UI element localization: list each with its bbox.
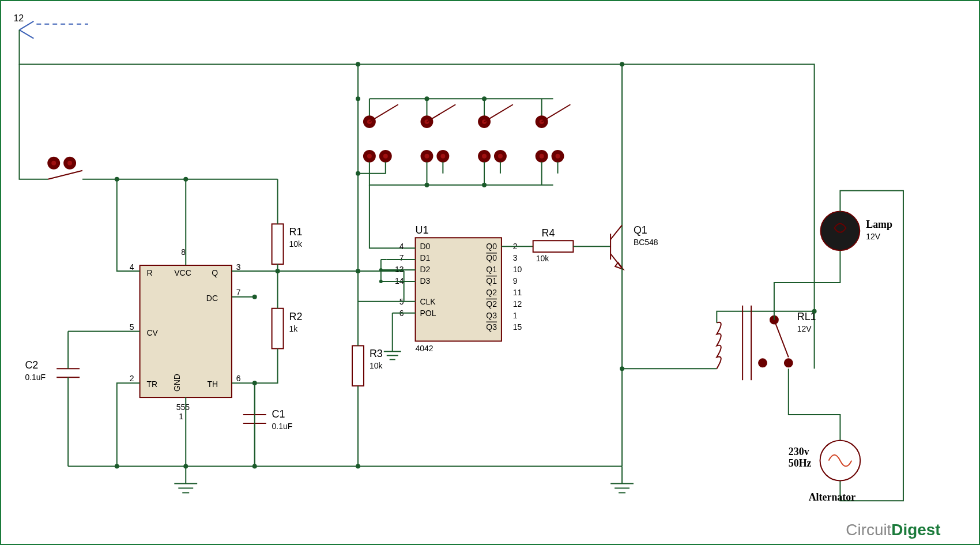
svg-text:4: 4: [399, 242, 404, 251]
svg-text:9: 9: [513, 276, 518, 285]
svg-line-8: [370, 104, 398, 122]
rl1-value: 12V: [797, 324, 812, 333]
power-switch[interactable]: [19, 65, 116, 179]
svg-point-17: [424, 154, 429, 159]
u1-ref: U1: [416, 224, 429, 236]
ground-left: [174, 467, 197, 493]
svg-point-35: [482, 183, 487, 187]
svg-line-22: [484, 104, 513, 122]
svg-line-115: [774, 320, 789, 358]
ic-4042: U1 4042 4D0 7D1 13D2 14D3 5CLK 6POL 2Q0 …: [395, 224, 522, 353]
svg-point-51: [115, 177, 119, 182]
svg-text:Q0: Q0: [486, 242, 497, 251]
lamp-value: 12V: [866, 232, 881, 241]
svg-text:Q3: Q3: [486, 322, 497, 332]
logo-part1: Circuit: [846, 521, 891, 539]
resistor-R4: R4 10k: [533, 227, 610, 263]
resistor-R3: R3 10k: [352, 174, 383, 467]
c2-ref: C2: [25, 359, 38, 371]
svg-rect-108: [533, 240, 574, 252]
svg-text:7: 7: [399, 253, 404, 262]
alternator: 230v 50Hz Alternator: [789, 441, 860, 503]
ground-right: [610, 467, 634, 493]
r1-value: 10k: [289, 239, 302, 249]
svg-point-4: [482, 96, 487, 101]
svg-text:D0: D0: [420, 242, 431, 251]
ic555-pin-TH: TH: [207, 379, 218, 389]
svg-point-26: [498, 154, 503, 159]
ic555-pin-CV: CV: [147, 328, 159, 337]
logo-part2: Digest: [891, 521, 940, 539]
svg-text:CircuitDigest: CircuitDigest: [846, 521, 940, 539]
svg-text:Q2: Q2: [486, 299, 497, 309]
supply-12v: 12: [14, 13, 88, 39]
svg-text:Q3: Q3: [486, 311, 497, 320]
svg-point-67: [356, 464, 360, 469]
svg-text:1: 1: [179, 412, 183, 421]
svg-point-3: [424, 96, 429, 101]
svg-text:Q1: Q1: [486, 265, 497, 274]
q1-part: BC548: [634, 238, 658, 247]
svg-point-119: [821, 211, 860, 250]
svg-point-64: [115, 464, 119, 469]
ac-freq: 50Hz: [789, 457, 812, 469]
svg-point-31: [540, 154, 544, 159]
svg-line-41: [48, 171, 82, 179]
ic555-pin-R: R: [147, 268, 153, 277]
svg-point-38: [51, 161, 56, 166]
svg-point-5: [356, 96, 360, 101]
svg-text:11: 11: [513, 288, 522, 297]
svg-point-52: [183, 177, 188, 182]
ic555-pin-TR: TR: [147, 379, 158, 389]
svg-point-57: [276, 269, 280, 273]
svg-point-66: [252, 464, 257, 469]
circuitdigest-logo: CircuitDigest: [846, 521, 940, 539]
r4-value: 10k: [536, 254, 549, 263]
svg-text:13: 13: [395, 265, 404, 274]
ic555-pin-DC: DC: [206, 294, 218, 303]
svg-text:3: 3: [513, 253, 518, 262]
svg-point-34: [424, 183, 429, 187]
resistor-R2: R2 1k: [255, 269, 303, 383]
svg-text:Q1: Q1: [486, 276, 497, 285]
ic555-pin-Q: Q: [212, 268, 218, 277]
svg-text:7: 7: [236, 288, 241, 297]
svg-rect-58: [352, 345, 364, 386]
svg-point-116: [786, 360, 791, 366]
svg-point-33: [556, 154, 560, 159]
ac-label: Alternator: [809, 491, 856, 503]
svg-text:Q0: Q0: [486, 253, 497, 262]
svg-rect-56: [272, 309, 284, 349]
dip-switches: [356, 96, 570, 248]
svg-point-24: [482, 154, 487, 159]
svg-line-15: [427, 104, 455, 122]
ic555-pin-VCC: VCC: [174, 268, 191, 277]
svg-line-29: [542, 104, 571, 122]
svg-point-1: [356, 62, 360, 67]
r4-ref: R4: [542, 227, 555, 239]
svg-text:10: 10: [513, 265, 522, 274]
svg-point-40: [67, 161, 72, 166]
svg-text:6: 6: [236, 374, 241, 383]
capacitor-C2: C2 0.1uF: [25, 332, 80, 467]
svg-text:1: 1: [513, 311, 518, 320]
svg-point-19: [440, 154, 445, 159]
svg-rect-55: [272, 224, 284, 264]
svg-point-59: [356, 269, 360, 273]
r2-ref: R2: [289, 311, 302, 322]
transistor-Q1: Q1 BC548: [610, 65, 658, 369]
svg-point-12: [383, 154, 388, 159]
svg-text:CLK: CLK: [420, 297, 436, 306]
r3-ref: R3: [370, 348, 383, 359]
svg-point-118: [812, 309, 817, 314]
u1-part: 4042: [416, 344, 434, 353]
ic555-pin-GND: GND: [172, 374, 182, 392]
ac-voltage: 230v: [789, 446, 809, 457]
svg-text:D1: D1: [420, 253, 431, 262]
ground-u1: [384, 314, 401, 360]
svg-point-10: [367, 154, 372, 159]
resistor-R1: R1 10k: [272, 179, 303, 271]
svg-point-117: [760, 360, 766, 366]
lamp-ref: Lamp: [866, 219, 892, 230]
ic555-part: 555: [176, 403, 190, 412]
